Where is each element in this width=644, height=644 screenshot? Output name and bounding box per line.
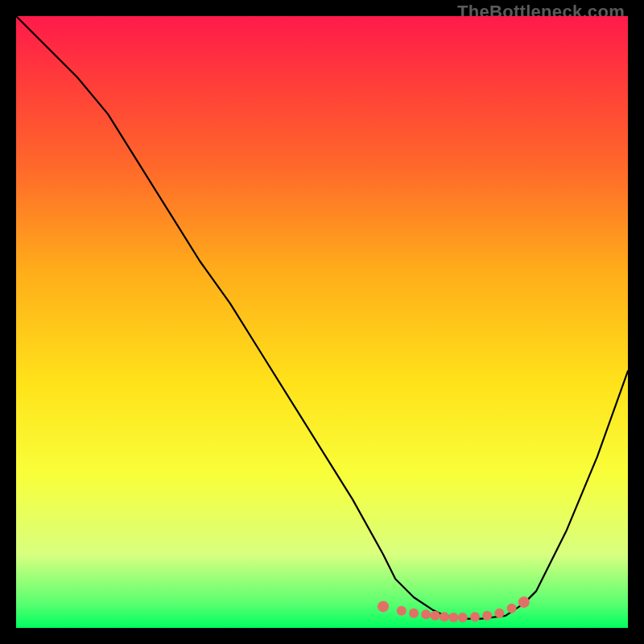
highlight-dot: [440, 612, 449, 621]
highlight-dot: [458, 613, 468, 622]
highlight-dots-group: [378, 597, 530, 622]
highlight-dot: [409, 609, 419, 618]
plot-area: [16, 16, 628, 628]
highlight-dot: [470, 612, 480, 621]
highlight-dot: [431, 611, 440, 621]
highlight-dot: [507, 604, 517, 613]
highlight-dot: [482, 611, 492, 621]
highlight-dot: [518, 597, 530, 608]
highlight-dot: [448, 613, 458, 622]
chart-svg: [16, 16, 628, 628]
highlight-dot: [421, 609, 431, 619]
chart-frame: TheBottleneck.com: [0, 0, 644, 644]
highlight-dot: [397, 606, 407, 616]
bottleneck-curve: [16, 16, 628, 619]
highlight-dot: [494, 609, 504, 618]
highlight-dot: [378, 601, 389, 612]
